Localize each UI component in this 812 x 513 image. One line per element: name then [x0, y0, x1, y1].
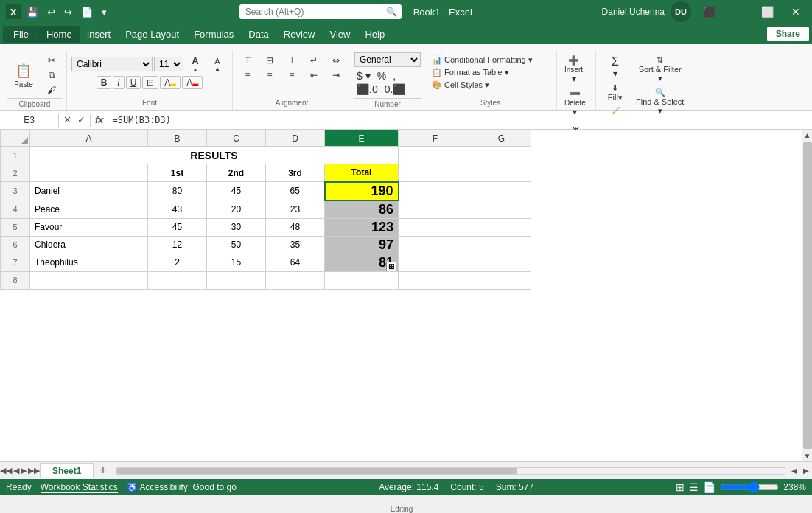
cell-A6[interactable]: Chidera	[30, 236, 148, 254]
menu-help[interactable]: Help	[357, 26, 392, 43]
col-header-B[interactable]: B	[148, 130, 207, 147]
page-break-view-btn[interactable]: 📄	[703, 481, 715, 493]
save-quick-btn[interactable]: 💾	[24, 5, 41, 19]
indent-decrease-btn[interactable]: ⇤	[304, 69, 324, 82]
cell-F8[interactable]	[399, 271, 472, 289]
menu-view[interactable]: View	[322, 26, 357, 43]
cell-C4[interactable]: 20	[207, 200, 266, 219]
menu-page-layout[interactable]: Page Layout	[118, 26, 186, 43]
menu-insert[interactable]: Insert	[80, 26, 119, 43]
menu-formulas[interactable]: Formulas	[186, 26, 241, 43]
maximize-btn[interactable]: ⬜	[755, 3, 780, 21]
close-btn[interactable]: ✕	[785, 3, 806, 21]
cell-G5[interactable]	[472, 218, 531, 236]
cell-styles-btn[interactable]: 🎨 Cell Styles ▾	[429, 79, 492, 91]
align-middle-btn[interactable]: ⊟	[259, 54, 280, 67]
cell-D2[interactable]: 3rd	[266, 164, 325, 182]
formula-input[interactable]	[108, 114, 812, 127]
search-input[interactable]	[239, 4, 402, 19]
menu-file[interactable]: File	[3, 26, 39, 43]
percent-btn[interactable]: %	[375, 69, 388, 83]
cell-B7[interactable]: 2	[148, 254, 207, 271]
cell-D6[interactable]: 35	[266, 236, 325, 254]
cell-B5[interactable]: 45	[148, 218, 207, 236]
format-as-table-btn[interactable]: 📋 Format as Table ▾	[429, 66, 512, 79]
format-painter-button[interactable]: 🖌	[41, 83, 62, 97]
cell-F1[interactable]	[399, 147, 472, 164]
cell-D3[interactable]: 65	[266, 182, 325, 200]
align-center-btn[interactable]: ≡	[259, 69, 280, 82]
cell-E8[interactable]	[325, 271, 399, 289]
zoom-slider[interactable]	[720, 481, 779, 493]
align-bottom-btn[interactable]: ⊥	[281, 54, 302, 67]
cell-F4[interactable]	[399, 200, 472, 219]
col-header-D[interactable]: D	[266, 130, 325, 147]
cell-E4[interactable]: 86	[325, 200, 399, 219]
cell-C8[interactable]	[207, 271, 266, 289]
sheet-scroll-right-btn[interactable]: ▶▶	[28, 466, 40, 475]
sheet-scroll-next-btn[interactable]: ▶	[21, 466, 27, 475]
formula-cancel-btn[interactable]: ✕	[62, 113, 73, 127]
cell-C7[interactable]: 15	[207, 254, 266, 271]
ribbon-toggle-btn[interactable]: ⬛	[697, 3, 721, 21]
cell-D5[interactable]: 48	[266, 218, 325, 236]
new-doc-btn[interactable]: 📄	[78, 5, 96, 19]
cell-B8[interactable]	[148, 271, 207, 289]
scroll-up-btn[interactable]: ▲	[802, 130, 812, 141]
cell-D4[interactable]: 23	[266, 200, 325, 219]
cell-B6[interactable]: 12	[148, 236, 207, 254]
fill-btn[interactable]: ⬇ Fill▾	[601, 82, 630, 104]
cell-G2[interactable]	[472, 164, 531, 182]
align-left-btn[interactable]: ≡	[237, 69, 258, 82]
cell-C3[interactable]: 45	[207, 182, 266, 200]
wrap-text-btn[interactable]: ↵	[304, 54, 324, 67]
decimal-inc-btn[interactable]: ⬛.0	[354, 83, 380, 96]
cell-D8[interactable]	[266, 271, 325, 289]
indent-increase-btn[interactable]: ⇥	[326, 69, 346, 82]
cell-F5[interactable]	[399, 218, 472, 236]
insert-cells-btn[interactable]: ➕ Insert ▾	[561, 54, 586, 86]
number-format-select[interactable]: General	[354, 52, 421, 67]
h-scroll-left-btn[interactable]: ◀	[788, 465, 800, 476]
workbook-stats[interactable]: Workbook Statistics	[41, 482, 118, 493]
border-button[interactable]: ⊟	[142, 76, 158, 89]
conditional-formatting-btn[interactable]: 📊 Conditional Formatting ▾	[429, 54, 536, 66]
align-top-btn[interactable]: ⊤	[237, 54, 258, 67]
font-size-select[interactable]: 11	[154, 57, 183, 71]
cell-G7[interactable]	[472, 254, 531, 271]
sheet-tab-sheet1[interactable]: Sheet1	[40, 463, 94, 478]
comma-btn[interactable]: ,	[391, 69, 398, 83]
fill-color-button[interactable]: A▬	[160, 76, 181, 89]
cell-C2[interactable]: 2nd	[207, 164, 266, 182]
decrease-font-btn[interactable]: A▲	[207, 55, 228, 74]
col-header-E[interactable]: E	[325, 130, 399, 147]
share-button[interactable]: Share	[767, 27, 809, 41]
h-scroll-thumb[interactable]	[116, 468, 517, 474]
cell-F7[interactable]	[399, 254, 472, 271]
cell-F2[interactable]	[399, 164, 472, 182]
increase-font-btn[interactable]: A▲	[185, 54, 206, 74]
cell-A7[interactable]: Theophilus	[30, 254, 148, 271]
cell-A8[interactable]	[30, 271, 148, 289]
cell-E3[interactable]: 190	[325, 182, 399, 200]
cell-A4[interactable]: Peace	[30, 200, 148, 219]
col-header-A[interactable]: A	[30, 130, 148, 147]
cell-G4[interactable]	[472, 200, 531, 219]
scroll-down-btn[interactable]: ▼	[802, 450, 812, 461]
undo-btn[interactable]: ↩	[44, 5, 58, 19]
font-name-select[interactable]: Calibri	[71, 57, 153, 71]
normal-view-btn[interactable]: ⊞	[676, 481, 685, 493]
col-header-F[interactable]: F	[399, 130, 472, 147]
cell-G1[interactable]	[472, 147, 531, 164]
cell-G3[interactable]	[472, 182, 531, 200]
col-header-C[interactable]: C	[207, 130, 266, 147]
cell-D7[interactable]: 64	[266, 254, 325, 271]
bold-button[interactable]: B	[97, 76, 112, 89]
italic-button[interactable]: I	[113, 76, 124, 89]
auto-fill-handle[interactable]: ⊞	[386, 262, 396, 272]
menu-home[interactable]: Home	[39, 26, 80, 43]
cut-button[interactable]: ✂	[41, 54, 62, 67]
col-header-G[interactable]: G	[472, 130, 531, 147]
redo-btn[interactable]: ↪	[61, 5, 75, 19]
autosum-btn[interactable]: Σ▾	[601, 54, 630, 80]
